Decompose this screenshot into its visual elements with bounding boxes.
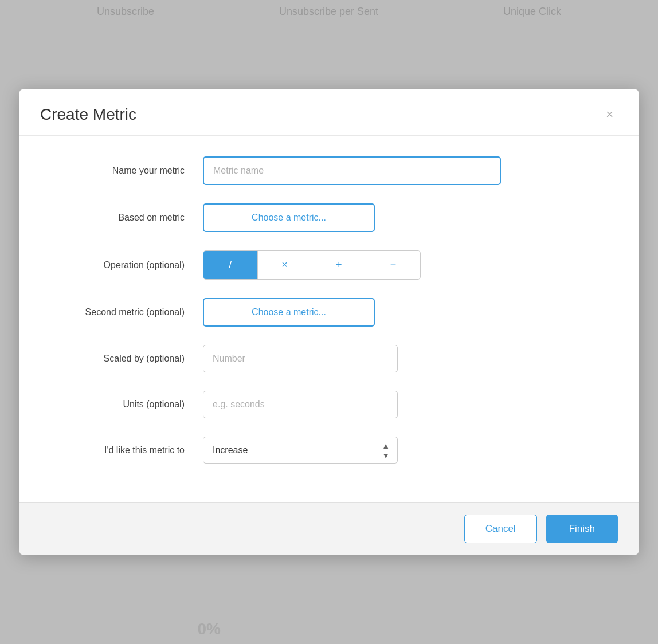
op-divide-button[interactable]: / [203, 251, 258, 279]
second-metric-control: Choose a metric... [203, 298, 616, 327]
direction-row: I'd like this metric to Increase Decreas… [42, 437, 616, 464]
name-metric-control [203, 156, 616, 185]
background-table-headers: Unsubscribe Unsubscribe per Sent Unique … [0, 6, 658, 18]
bg-col1: Unsubscribe [97, 6, 154, 18]
modal-title: Create Metric [40, 105, 136, 124]
background-bottom-value: 0% [197, 620, 220, 638]
scaled-by-control [203, 345, 616, 372]
scaled-by-row: Scaled by (optional) [42, 345, 616, 372]
choose-second-metric-button[interactable]: Choose a metric... [203, 298, 375, 327]
modal-body: Name your metric Based on metric Choose … [19, 136, 639, 502]
finish-button[interactable]: Finish [546, 515, 618, 543]
operation-group: / × + − [203, 250, 421, 280]
direction-select[interactable]: Increase Decrease [203, 437, 398, 464]
scaled-by-input[interactable] [203, 345, 398, 372]
second-metric-row: Second metric (optional) Choose a metric… [42, 298, 616, 327]
create-metric-modal: Create Metric × Name your metric Based o… [19, 89, 639, 555]
based-on-control: Choose a metric... [203, 203, 616, 232]
modal-header: Create Metric × [19, 89, 639, 136]
operation-row: Operation (optional) / × + − [42, 250, 616, 280]
bg-col3: Unique Click [503, 6, 561, 18]
op-add-button[interactable]: + [312, 251, 367, 279]
metric-name-input[interactable] [203, 156, 501, 185]
op-subtract-button[interactable]: − [366, 251, 420, 279]
direction-select-wrapper: Increase Decrease ▲ ▼ [203, 437, 398, 464]
second-metric-label: Second metric (optional) [42, 307, 203, 317]
units-control [203, 391, 616, 418]
direction-control: Increase Decrease ▲ ▼ [203, 437, 616, 464]
based-on-label: Based on metric [42, 213, 203, 223]
close-button[interactable]: × [601, 106, 618, 123]
units-input[interactable] [203, 391, 398, 418]
cancel-button[interactable]: Cancel [464, 515, 537, 543]
operation-control: / × + − [203, 250, 616, 280]
units-row: Units (optional) [42, 391, 616, 418]
op-multiply-button[interactable]: × [258, 251, 312, 279]
direction-label: I'd like this metric to [42, 445, 203, 455]
choose-base-metric-button[interactable]: Choose a metric... [203, 203, 375, 232]
bg-col2: Unsubscribe per Sent [279, 6, 378, 18]
name-metric-label: Name your metric [42, 166, 203, 176]
name-metric-row: Name your metric [42, 156, 616, 185]
based-on-row: Based on metric Choose a metric... [42, 203, 616, 232]
modal-footer: Cancel Finish [19, 502, 639, 555]
scaled-by-label: Scaled by (optional) [42, 354, 203, 364]
operation-label: Operation (optional) [42, 260, 203, 270]
units-label: Units (optional) [42, 399, 203, 410]
